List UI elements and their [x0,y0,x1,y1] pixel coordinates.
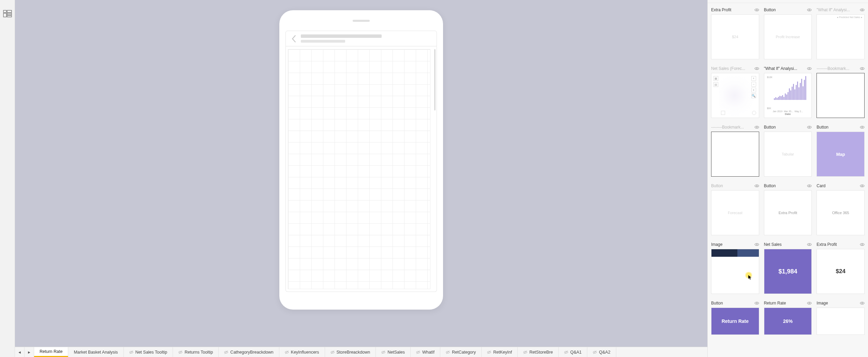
hidden-page-icon [224,350,228,354]
page-tab[interactable]: RetKeyInf [482,347,518,357]
visibility-toggle-icon[interactable] [754,242,759,247]
visualization-thumbnail[interactable] [816,73,865,118]
hidden-page-icon [381,350,385,354]
visualization-thumbnail[interactable]: $24 [816,249,865,294]
hidden-page-icon [564,350,568,354]
visibility-toggle-icon[interactable] [754,8,759,12]
visualization-thumbnail[interactable]: Tabular [764,132,812,177]
visualization-title: Net Sales (Forec... [711,66,745,71]
visualization-cell: --------Bookmark... [816,65,865,118]
hidden-page-icon [593,350,597,354]
page-tabs-bar: ◄ ► Return RateMarket Basket AnalysisNet… [15,347,707,357]
map-info-icon[interactable] [752,111,756,115]
visibility-toggle-icon[interactable] [860,301,865,306]
visibility-toggle-icon[interactable] [754,301,759,306]
visibility-toggle-icon[interactable] [807,125,812,130]
svg-point-15 [809,185,810,187]
visualization-thumbnail[interactable]: Map [816,132,865,177]
visualization-thumbnail[interactable]: $1,984 [764,249,812,294]
svg-rect-0 [3,10,6,13]
hidden-page-icon [416,350,420,354]
visualization-thumbnail[interactable]: $24 [711,14,759,59]
visualization-thumbnail[interactable] [711,132,759,177]
visualization-cell: Net Sales (Forec...▦▤+−⌖🔍 [711,65,759,118]
search-icon[interactable]: 🔍 [751,93,756,98]
visualization-thumbnail[interactable]: Profit Increase [764,14,812,59]
hidden-page-icon [178,350,182,354]
hidden-page-icon [487,350,491,354]
visibility-toggle-icon[interactable] [807,66,812,71]
phone-header-placeholder [301,34,431,43]
svg-point-14 [756,185,757,187]
page-tab[interactable]: NetSales [376,347,411,357]
map-layers-icon[interactable]: ▦ [713,76,718,81]
visualization-thumbnail[interactable]: Extra Profit [764,190,812,235]
visualization-thumbnail[interactable]: $10K$0KJan 2019 Mar 20... May 2...Date [764,73,812,118]
tabs-prev-button[interactable]: ◄ [15,347,25,357]
visualization-thumbnail[interactable]: 26% [764,308,812,335]
visibility-toggle-icon[interactable] [807,242,812,247]
page-tab[interactable]: RetStoreBre [518,347,559,357]
left-rail [0,0,15,357]
page-tab[interactable]: Returns Tooltip [173,347,219,357]
page-tab-label: RetCategory [452,350,476,355]
zoom-in-icon[interactable]: + [751,76,756,81]
page-tab-label: RetStoreBre [529,350,553,355]
page-tab[interactable]: CathegoryBreackdown [219,347,279,357]
page-tab[interactable]: KeyInfluencers [279,347,325,357]
visibility-toggle-icon[interactable] [860,66,865,71]
visualization-title: Net Sales [764,242,782,247]
visualization-title: Button [711,183,723,188]
visualization-thumbnail[interactable] [816,308,865,335]
visibility-toggle-icon[interactable] [807,183,812,188]
visibility-toggle-icon[interactable] [860,8,865,12]
map-filter-icon[interactable]: ▤ [713,82,718,87]
page-tab[interactable]: StoreBreackdown [325,347,376,357]
phone-layout-grid[interactable] [285,46,437,292]
svg-point-16 [862,185,863,187]
scrollbar[interactable] [434,49,436,110]
visualization-title: "What If" Analysi... [816,8,850,12]
svg-rect-3 [7,13,11,15]
visibility-toggle-icon[interactable] [860,183,865,188]
visualization-thumbnail[interactable]: Return Rate [711,308,759,335]
visualization-thumbnail[interactable]: Office 365 [816,190,865,235]
page-tab[interactable]: Q&A2 [587,347,616,357]
visibility-toggle-icon[interactable] [860,125,865,130]
zoom-out-icon[interactable]: − [751,82,756,87]
page-tab[interactable]: Net Sales Tooltip [124,347,173,357]
visualization-cell: Return Rate26% [764,300,812,335]
visualization-thumbnail[interactable]: ▦▤+−⌖🔍 [711,73,759,118]
svg-point-5 [756,9,757,11]
visualization-cell: Image [816,300,865,335]
visibility-toggle-icon[interactable] [754,125,759,130]
visualization-thumbnail[interactable]: Forecast [711,190,759,235]
map-reset-icon[interactable] [721,111,725,115]
visibility-toggle-icon[interactable] [754,66,759,71]
svg-point-12 [809,127,810,128]
visibility-toggle-icon[interactable] [807,301,812,306]
thumb-text: Return Rate [722,318,749,324]
visualization-thumbnail[interactable]: ● Predicted Net Sales ● [816,14,865,59]
mobile-layout-icon[interactable] [3,10,12,18]
svg-point-13 [862,127,863,128]
visibility-toggle-icon[interactable] [860,242,865,247]
visibility-toggle-icon[interactable] [807,8,812,12]
locate-icon[interactable]: ⌖ [751,88,756,92]
svg-point-17 [756,244,757,245]
page-tab[interactable]: Q&A1 [559,347,587,357]
page-tab-label: Returns Tooltip [185,350,213,355]
back-icon[interactable] [291,35,296,42]
page-tab[interactable]: RetCategory [440,347,482,357]
page-tab[interactable]: WhatIf [411,347,440,357]
svg-point-18 [809,244,810,245]
svg-point-7 [862,9,863,11]
page-tab[interactable]: Return Rate [34,347,68,357]
page-tab[interactable]: Market Basket Analysis [68,347,123,357]
visualization-cell: ButtonTabular [764,124,812,177]
visibility-toggle-icon[interactable] [754,183,759,188]
svg-point-22 [862,302,863,304]
page-tab-label: Q&A1 [570,350,582,355]
visualization-thumbnail[interactable] [711,249,759,294]
tabs-next-button[interactable]: ► [25,347,34,357]
